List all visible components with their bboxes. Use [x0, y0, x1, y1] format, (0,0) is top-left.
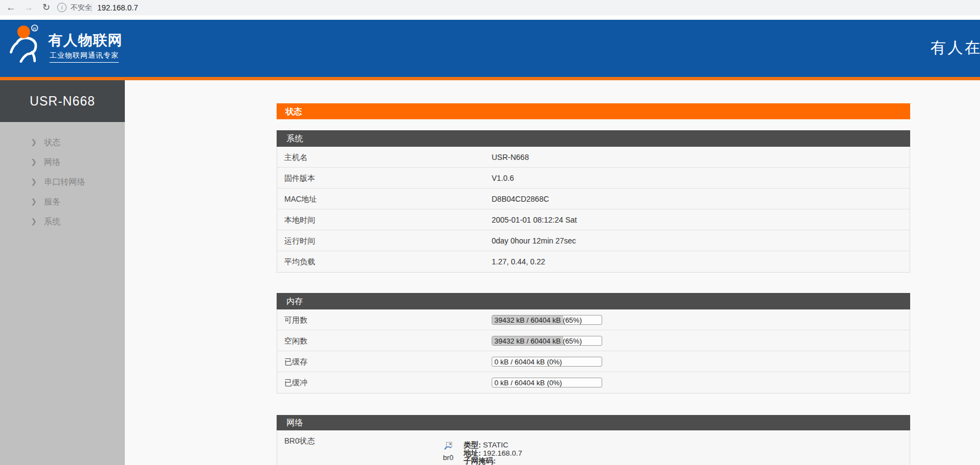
- system-table: 主机名 USR-N668 固件版本 V1.0.6 MAC地址 D8B04CD28…: [277, 147, 910, 273]
- device-name: USR-N668: [0, 80, 125, 122]
- progress-text: 0 kB / 60404 kB (0%): [494, 357, 602, 367]
- usr-logo-icon: R: [9, 24, 45, 65]
- chevron-right-icon: ❯: [31, 178, 37, 186]
- table-row: 空闲数 39432 kB / 60404 kB (65%): [277, 330, 910, 351]
- sidebar-item-network[interactable]: ❯ 网络: [0, 153, 125, 173]
- table-row: 本地时间 2005-01-01 08:12:24 Sat: [277, 209, 910, 230]
- row-label: 已缓存: [284, 357, 307, 367]
- row-label: 已缓冲: [284, 378, 307, 388]
- table-row: MAC地址 D8B04CD2868C: [277, 189, 910, 209]
- back-icon[interactable]: ←: [4, 0, 18, 15]
- row-value: USR-N668: [492, 153, 529, 162]
- network-table: BR0状态 br0 类型: STATIC 地址: 192.168.0.7 子网掩…: [277, 430, 910, 465]
- memory-progress-bar: 0 kB / 60404 kB (0%): [492, 357, 602, 367]
- memory-progress-bar: 39432 kB / 60404 kB (65%): [492, 336, 602, 346]
- interface-properties: 类型: STATIC 地址: 192.168.0.7 子网掩码:: [464, 440, 522, 464]
- forward-icon[interactable]: →: [22, 0, 35, 15]
- property-value: STATIC: [481, 441, 509, 449]
- sidebar-item-status[interactable]: ❯ 状态: [0, 133, 125, 153]
- property-key: 类型:: [464, 441, 481, 449]
- address-separator: [91, 3, 92, 12]
- memory-progress-bar: 39432 kB / 60404 kB (65%): [492, 315, 602, 325]
- sidebar-item-serial-to-network[interactable]: ❯ 串口转网络: [0, 173, 125, 192]
- memory-progress-bar: 0 kB / 60404 kB (0%): [492, 378, 602, 388]
- brand-subtitle: 工业物联网通讯专家: [49, 51, 119, 63]
- section-header-memory: 内存: [277, 293, 910, 309]
- sidebar: USR-N668 ❯ 状态 ❯ 网络 ❯ 串口转网络 ❯ 服务 ❯ 系统: [0, 80, 125, 465]
- sidebar-item-label: 状态: [44, 137, 60, 148]
- table-row: 已缓冲 0 kB / 60404 kB (0%): [277, 372, 910, 393]
- row-value: V1.0.6: [492, 174, 514, 182]
- row-label: 空闲数: [284, 336, 307, 346]
- info-icon[interactable]: i: [57, 3, 67, 12]
- interface-name: br0: [436, 453, 461, 462]
- table-row: 可用数 39432 kB / 60404 kB (65%): [277, 309, 910, 330]
- interface-box: br0: [436, 441, 461, 462]
- chevron-right-icon: ❯: [31, 217, 37, 225]
- security-label[interactable]: 不安全: [70, 0, 92, 15]
- sidebar-item-label: 服务: [44, 197, 60, 207]
- table-row: 平均负载 1.27, 0.44, 0.22: [277, 251, 910, 272]
- row-label: 固件版本: [284, 174, 315, 184]
- property-line: 类型: STATIC: [464, 440, 522, 449]
- row-value: 2005-01-01 08:12:24 Sat: [492, 215, 577, 224]
- row-label: 主机名: [284, 153, 307, 163]
- row-label: 平均负载: [284, 257, 315, 267]
- progress-text: 0 kB / 60404 kB (0%): [494, 378, 602, 388]
- sidebar-item-services[interactable]: ❯ 服务: [0, 192, 125, 212]
- table-row: 固件版本 V1.0.6: [277, 168, 910, 189]
- sidebar-item-system[interactable]: ❯ 系统: [0, 212, 125, 232]
- page-title: 状态: [277, 103, 910, 119]
- brand-title: 有人物联网: [48, 31, 123, 50]
- table-row: BR0状态 br0 类型: STATIC 地址: 192.168.0.7 子网掩…: [277, 430, 910, 465]
- row-value: 1.27, 0.44, 0.22: [492, 257, 545, 266]
- row-label: 可用数: [284, 315, 307, 325]
- sidebar-item-label: 网络: [44, 157, 60, 168]
- row-label: 运行时间: [284, 236, 315, 246]
- main-content: 状态 系统 主机名 USR-N668 固件版本 V1.0.6 MAC地址 D8B…: [277, 0, 910, 465]
- row-label: 本地时间: [284, 215, 315, 225]
- table-row: 运行时间 0day 0hour 12min 27sec: [277, 230, 910, 251]
- progress-text: 39432 kB / 60404 kB (65%): [494, 315, 602, 325]
- section-header-system: 系统: [277, 130, 910, 147]
- row-value: 0day 0hour 12min 27sec: [492, 236, 576, 245]
- sidebar-item-label: 系统: [44, 217, 60, 227]
- row-label: MAC地址: [284, 195, 317, 204]
- table-row: 已缓存 0 kB / 60404 kB (0%): [277, 351, 910, 372]
- screen: ← → ↻ i 不安全 192.168.0.7 R 有人物联网 工业物联网通讯专…: [0, 0, 980, 465]
- network-interface-icon: [444, 441, 453, 451]
- chevron-right-icon: ❯: [31, 138, 37, 146]
- property-key: 子网掩码:: [464, 457, 496, 465]
- table-row: 主机名 USR-N668: [277, 147, 910, 168]
- chevron-right-icon: ❯: [31, 197, 37, 206]
- property-line: 子网掩码:: [464, 456, 522, 464]
- section-header-network: 网络: [277, 415, 910, 430]
- header-slogan: 有人在认真做事: [931, 37, 980, 58]
- progress-text: 39432 kB / 60404 kB (65%): [494, 336, 602, 346]
- property-line: 地址: 192.168.0.7: [464, 449, 522, 457]
- address-url[interactable]: 192.168.0.7: [97, 0, 138, 15]
- chevron-right-icon: ❯: [31, 158, 37, 166]
- memory-table: 可用数 39432 kB / 60404 kB (65%) 空闲数 39432 …: [277, 309, 910, 394]
- reload-icon[interactable]: ↻: [40, 0, 53, 15]
- row-value: D8B04CD2868C: [492, 195, 549, 203]
- sidebar-item-label: 串口转网络: [44, 177, 85, 187]
- registered-mark: R: [33, 26, 36, 31]
- row-label: BR0状态: [284, 436, 315, 446]
